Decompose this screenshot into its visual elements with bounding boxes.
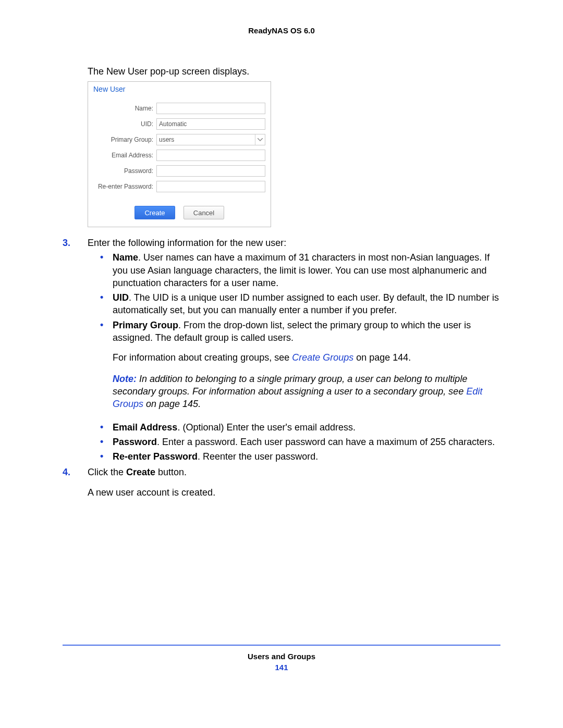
step-4-result: A new user account is created. [88, 486, 500, 499]
bullet-icon: • [100, 251, 113, 289]
primary-group-select[interactable]: users [156, 134, 265, 145]
footer-page-number: 141 [63, 663, 500, 672]
chevron-down-icon [255, 134, 265, 145]
step-3: 3. Enter the following information for t… [63, 237, 500, 463]
link-create-groups[interactable]: Create Groups [292, 352, 353, 363]
new-user-dialog: New User Name: UID: Primary Group: users [88, 81, 271, 227]
cancel-button[interactable]: Cancel [183, 206, 224, 219]
bullet-reenter-password: Re-enter Password. Reenter the user pass… [113, 450, 500, 463]
bullet-uid: UID. The UID is a unique user ID number … [113, 291, 500, 317]
create-button[interactable]: Create [134, 206, 175, 219]
page-header: ReadyNAS OS 6.0 [63, 26, 500, 35]
uid-field[interactable] [156, 118, 265, 130]
bullet-name: Name. User names can have a maximum of 3… [113, 251, 500, 289]
bullet-password: Password. Enter a password. Each user pa… [113, 436, 500, 448]
intro-text: The New User pop-up screen displays. [88, 66, 500, 77]
bullet-icon: • [100, 450, 113, 463]
bullet-icon: • [100, 319, 113, 419]
label-password: Password: [93, 167, 156, 175]
bullet-icon: • [100, 291, 113, 317]
password-field[interactable] [156, 165, 265, 177]
dialog-title: New User [88, 82, 271, 95]
step-4: 4. Click the Create button. A new user a… [63, 466, 500, 499]
label-name: Name: [93, 105, 156, 112]
email-field[interactable] [156, 150, 265, 161]
bullet-icon: • [100, 421, 113, 434]
bullet-primary-group: Primary Group. From the drop-down list, … [113, 319, 500, 419]
label-primary-group: Primary Group: [93, 136, 156, 143]
footer-rule [63, 645, 500, 646]
name-field[interactable] [156, 103, 265, 114]
step-number: 3. [63, 237, 88, 463]
note-text: In addition to belonging to a single pri… [113, 374, 467, 397]
step-3-lead: Enter the following information for the … [88, 237, 500, 249]
bullet-email: Email Address. (Optional) Enter the user… [113, 421, 500, 434]
primary-group-value: users [159, 136, 174, 143]
label-email: Email Address: [93, 152, 156, 159]
label-uid: UID: [93, 120, 156, 128]
note-label: Note: [113, 374, 139, 384]
step-number: 4. [63, 466, 88, 499]
bullet-icon: • [100, 436, 113, 448]
step-4-line: Click the Create button. [88, 466, 500, 478]
label-reenter-password: Re-enter Password: [93, 183, 156, 190]
reenter-password-field[interactable] [156, 181, 265, 192]
note-text-post: on page 145. [143, 399, 201, 409]
footer-section: Users and Groups [63, 652, 500, 661]
